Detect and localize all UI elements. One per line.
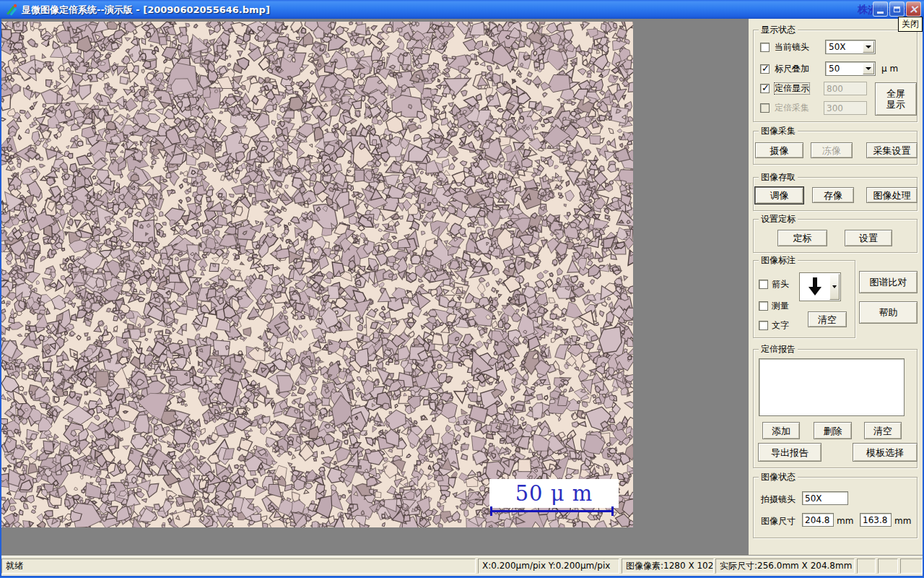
- title-bar: 显微图像定倍系统--演示版 - [20090602055646.bmp] 株洲仪…: [0, 0, 924, 19]
- down-arrow-icon: [807, 277, 823, 299]
- calibrate-button[interactable]: 定标: [777, 230, 827, 246]
- status-panel-empty: [857, 558, 876, 574]
- scale-unit-label: μ m: [881, 64, 898, 74]
- status-actual-size: 实际尺寸:256.0mm X 204.8mm: [715, 558, 855, 574]
- window-border-left: [0, 19, 1, 576]
- window-title: 显微图像定倍系统--演示版 - [20090602055646.bmp]: [22, 4, 270, 17]
- arrow-style-select[interactable]: [799, 272, 841, 301]
- freeze-button: 冻像: [811, 142, 853, 158]
- app-icon: [5, 3, 18, 16]
- image-height-unit: mm: [894, 516, 911, 526]
- report-add-button[interactable]: 添加: [762, 422, 800, 439]
- current-lens-checkbox[interactable]: [760, 43, 770, 52]
- fixed-capture-checkbox: [760, 103, 770, 113]
- minimize-button[interactable]: [873, 1, 888, 17]
- atlas-compare-button[interactable]: 图谱比对: [859, 271, 918, 293]
- fullscreen-button-line1: 全屏: [876, 88, 916, 99]
- shoot-lens-input[interactable]: [802, 491, 848, 505]
- measure-checkbox[interactable]: [759, 301, 768, 311]
- image-width-input[interactable]: [802, 513, 834, 527]
- text-checkbox[interactable]: [759, 321, 768, 330]
- annotation-clear-button[interactable]: 清空: [808, 311, 847, 327]
- dropdown-arrow-icon: [832, 285, 837, 288]
- report-listbox[interactable]: [759, 358, 905, 416]
- group-calibration-title: 设置定标: [759, 214, 798, 224]
- scale-bar-label: 50 μ m: [515, 481, 593, 506]
- close-tooltip: 关闭: [898, 17, 923, 32]
- scale-value: 50: [829, 64, 840, 74]
- measure-label: 测量: [772, 301, 789, 311]
- current-lens-value: 50X: [829, 42, 846, 52]
- shoot-lens-label: 拍摄镜头: [761, 494, 796, 505]
- scale-bar-overlay: 50 μ m: [489, 479, 619, 508]
- text-label: 文字: [772, 320, 789, 331]
- chevron-down-icon[interactable]: [863, 63, 874, 74]
- status-resolution: X:0.200μm/pix Y:0.200μm/pix: [478, 558, 619, 574]
- microscope-image[interactable]: 50 μ m: [1, 22, 633, 527]
- load-image-button[interactable]: 调像: [755, 187, 803, 204]
- status-panel-empty: [900, 558, 923, 574]
- fixed-capture-label: 定倍采集: [775, 103, 809, 113]
- template-select-button[interactable]: 模板选择: [853, 443, 918, 462]
- fullscreen-button-line2: 显示: [876, 99, 916, 110]
- group-storage-title: 图像存取: [759, 172, 798, 182]
- app-window: 显微图像定倍系统--演示版 - [20090602055646.bmp] 株洲仪…: [0, 0, 924, 578]
- image-height-input[interactable]: [860, 513, 892, 527]
- image-width-unit: mm: [837, 516, 853, 526]
- export-report-button[interactable]: 导出报告: [758, 443, 821, 462]
- image-process-button[interactable]: 图像处理: [866, 187, 918, 203]
- group-report-title: 定倍报告: [759, 344, 798, 354]
- current-lens-select[interactable]: 50X: [825, 40, 876, 54]
- image-size-label: 图像尺寸: [761, 516, 796, 527]
- minimize-icon: [877, 12, 884, 14]
- chevron-down-icon[interactable]: [829, 274, 840, 300]
- dropdown-arrow-icon: [866, 67, 871, 70]
- window-controls: [873, 1, 921, 17]
- group-image-status: 图像状态: [753, 477, 918, 538]
- scale-overlay-label: 标尺叠加: [775, 64, 809, 74]
- group-image-status-title: 图像状态: [759, 472, 798, 482]
- group-capture-title: 图像采集: [759, 126, 798, 136]
- status-panel-empty: [878, 558, 898, 574]
- micrograph-canvas: [1, 22, 633, 527]
- calibration-settings-button[interactable]: 设置: [845, 230, 892, 246]
- status-ready: 就绪: [1, 558, 476, 574]
- report-clear-button[interactable]: 清空: [864, 422, 902, 439]
- save-image-button[interactable]: 存像: [812, 187, 854, 203]
- arrow-checkbox[interactable]: [759, 280, 768, 289]
- client-area: 50 μ m: [1, 19, 749, 555]
- scale-value-select[interactable]: 50: [825, 61, 876, 76]
- help-button[interactable]: 帮助: [859, 301, 918, 324]
- fullscreen-button[interactable]: 全屏 显示: [875, 82, 917, 116]
- status-bar: 就绪 X:0.200μm/pix Y:0.200μm/pix 图像像素:1280…: [0, 555, 924, 577]
- status-image-pixels: 图像像素:1280 X 1024: [622, 558, 714, 574]
- shoot-button[interactable]: 摄像: [755, 142, 803, 158]
- close-button[interactable]: [906, 1, 921, 17]
- current-lens-label: 当前镜头: [775, 42, 809, 53]
- group-display-status-title: 显示状态: [759, 25, 798, 35]
- dropdown-arrow-icon: [866, 46, 871, 48]
- scale-bar-line: [490, 510, 614, 512]
- restore-button[interactable]: [889, 1, 905, 17]
- control-panel: 显示状态 当前镜头 50X 标尺叠加 50 μ m 定倍显示 定倍采集 全屏 显…: [749, 19, 923, 555]
- arrow-label: 箭头: [772, 279, 789, 290]
- close-icon: [909, 3, 918, 15]
- capture-settings-button[interactable]: 采集设置: [866, 142, 918, 158]
- restore-icon: [894, 7, 900, 12]
- fixed-display-checkbox[interactable]: [760, 84, 770, 93]
- group-annotation-title: 图像标注: [759, 255, 798, 265]
- report-delete-button[interactable]: 删除: [814, 422, 852, 439]
- fixed-display-input: [824, 82, 867, 95]
- fixed-capture-input: [824, 101, 867, 115]
- scale-overlay-checkbox[interactable]: [760, 64, 770, 74]
- chevron-down-icon[interactable]: [863, 41, 874, 53]
- fixed-display-label: 定倍显示: [775, 83, 809, 94]
